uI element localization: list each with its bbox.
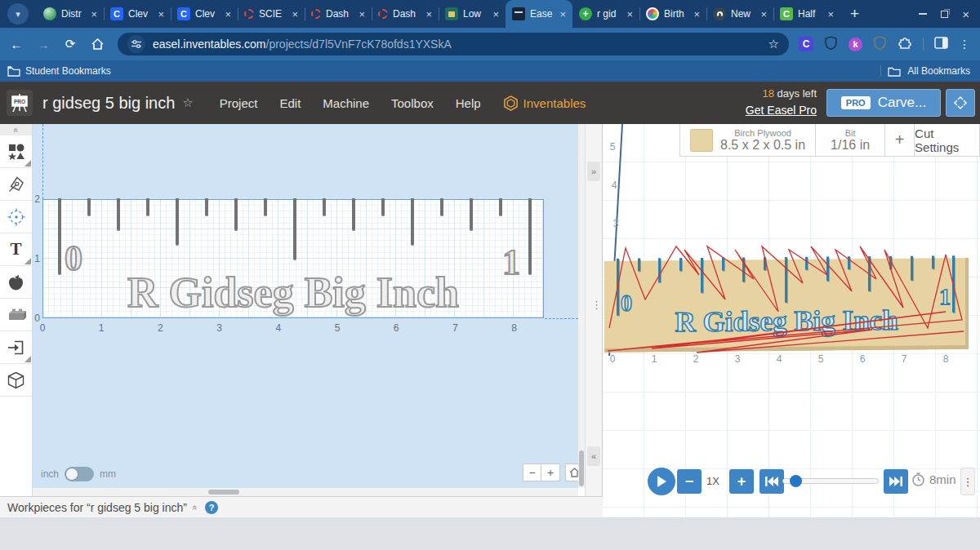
home-icon[interactable] xyxy=(87,33,108,55)
minimize-icon[interactable] xyxy=(919,13,927,15)
zoom-home-button[interactable] xyxy=(565,464,578,481)
cut-settings-button[interactable]: Cut Settings xyxy=(915,124,979,156)
tab-close-icon[interactable]: × xyxy=(626,8,633,20)
side-panel-icon[interactable] xyxy=(934,37,948,52)
tab-close-icon[interactable]: × xyxy=(559,8,566,20)
design-library-button[interactable] xyxy=(0,266,32,299)
panel-divider[interactable]: » ⋮ « xyxy=(585,124,603,496)
jog-machine-button[interactable] xyxy=(946,89,975,117)
tab-clev[interactable]: CClev× xyxy=(171,0,238,28)
bit-selector[interactable]: Bit 1/16 in xyxy=(816,124,885,156)
menu-machine[interactable]: Machine xyxy=(323,96,369,110)
project-title[interactable]: r gidseg 5 big inch xyxy=(42,94,175,113)
carved-tick xyxy=(826,257,829,282)
extensions-puzzle-icon[interactable] xyxy=(898,35,912,53)
close-icon[interactable]: × xyxy=(962,8,969,20)
design-text[interactable]: R Gidseg Big Inch xyxy=(43,272,543,314)
tab-low[interactable]: Low× xyxy=(439,0,506,28)
zoom-out-button[interactable]: − xyxy=(523,464,541,481)
menu-toolbox[interactable]: Toolbox xyxy=(391,96,434,110)
tab-new[interactable]: New× xyxy=(706,0,773,28)
tab-search-button[interactable]: ▾ xyxy=(7,3,29,24)
easel-logo-icon[interactable]: PRO xyxy=(7,90,33,116)
units-toggle[interactable] xyxy=(65,467,94,481)
tab-close-icon[interactable]: × xyxy=(225,8,231,20)
tab-close-icon[interactable]: × xyxy=(292,8,298,20)
tab-close-icon[interactable]: × xyxy=(359,8,365,20)
tab-half[interactable]: CHalf× xyxy=(773,0,840,28)
3d-preview-button[interactable] xyxy=(0,364,32,397)
ruler-tick xyxy=(205,198,208,216)
site-settings-icon[interactable] xyxy=(127,35,145,53)
shapes-tool-button[interactable] xyxy=(0,135,32,168)
kami-extension-icon[interactable]: k xyxy=(849,38,862,51)
collapse-left-button[interactable]: « xyxy=(587,446,600,466)
tab-close-icon[interactable]: × xyxy=(425,8,432,20)
sidebar-collapse-button[interactable]: « xyxy=(0,124,32,135)
drill-origin-tool-button[interactable] xyxy=(0,201,32,233)
zoom-in-button[interactable]: + xyxy=(541,464,560,481)
simulation-menu-button[interactable]: ⋮ xyxy=(960,468,975,495)
text-tool-button[interactable]: T xyxy=(0,233,32,266)
address-bar[interactable]: easel.inventables.com/projects/d7l5VnF7c… xyxy=(118,33,789,55)
tab-clev[interactable]: CClev× xyxy=(104,0,171,28)
carve-button[interactable]: PRO Carve... xyxy=(826,89,941,117)
forward-icon[interactable]: → xyxy=(33,33,54,55)
bookmark-star-icon[interactable]: ☆ xyxy=(768,37,779,51)
favorite-star-icon[interactable]: ☆ xyxy=(182,95,193,110)
skip-to-start-button[interactable] xyxy=(760,469,784,494)
slider-handle[interactable] xyxy=(790,475,802,487)
get-easel-pro-link[interactable]: Get Easel Pro xyxy=(746,102,817,118)
tab-close-icon[interactable]: × xyxy=(158,8,164,20)
preview-panel[interactable]: 543 0 1 R Gidseg Big Inch 012345678 Birc… xyxy=(603,124,980,517)
workpiece-rectangle[interactable]: 0 1 R Gidseg Big Inch xyxy=(42,199,544,318)
tab-close-icon[interactable]: × xyxy=(827,8,834,20)
shield-extension-icon[interactable] xyxy=(824,36,838,53)
swirl-glyph xyxy=(717,11,723,17)
back-icon[interactable]: ← xyxy=(6,33,27,55)
expand-right-panel-button[interactable]: » xyxy=(587,162,600,181)
material-selector[interactable]: Birch Plywood 8.5 x 2 x 0.5 in xyxy=(680,124,816,156)
speed-decrease-button[interactable]: − xyxy=(677,469,702,494)
design-canvas[interactable]: 0 1 R Gidseg Big Inch inch mm − + 012345… xyxy=(33,124,578,488)
divider-drag-handle[interactable]: ⋮ xyxy=(591,302,602,308)
simulation-play-button[interactable] xyxy=(648,468,675,495)
simulation-progress-slider[interactable] xyxy=(782,478,879,484)
tab-ease[interactable]: Ease× xyxy=(506,0,572,28)
import-tool-button[interactable] xyxy=(0,331,32,364)
horizontal-scrollbar-thumb[interactable] xyxy=(208,490,239,495)
skip-to-end-button[interactable] xyxy=(884,469,908,494)
tab-dash[interactable]: Dash× xyxy=(305,0,372,28)
browser-menu-icon[interactable]: ⋮ xyxy=(959,38,970,51)
tab-r-gid[interactable]: +r gid× xyxy=(572,0,639,28)
tab-birth[interactable]: Birth× xyxy=(639,0,706,28)
inventables-brand[interactable]: Inventables xyxy=(503,95,586,111)
tab-close-icon[interactable]: × xyxy=(693,8,700,20)
horizontal-scrollbar[interactable] xyxy=(33,488,578,496)
tab-scie[interactable]: SCIE× xyxy=(238,0,305,28)
vertical-scrollbar[interactable] xyxy=(578,124,585,488)
pen-tool-button[interactable] xyxy=(0,168,32,201)
menu-help[interactable]: Help xyxy=(456,96,481,110)
tab-distr[interactable]: Distr× xyxy=(37,0,104,28)
shield-dim-extension-icon[interactable] xyxy=(873,36,887,53)
reload-icon[interactable]: ⟳ xyxy=(60,33,81,55)
vertical-scrollbar-thumb[interactable] xyxy=(579,450,584,486)
restore-icon[interactable] xyxy=(941,11,948,18)
student-bookmarks-folder[interactable]: Student Bookmarks xyxy=(7,65,111,77)
help-icon[interactable]: ? xyxy=(205,501,218,514)
menu-edit[interactable]: Edit xyxy=(279,96,301,110)
clever-extension-icon[interactable]: C xyxy=(799,37,813,51)
tab-close-icon[interactable]: × xyxy=(760,8,767,20)
tab-dash[interactable]: Dash× xyxy=(372,0,439,28)
tab-close-icon[interactable]: × xyxy=(492,8,499,20)
all-bookmarks-button[interactable]: All Bookmarks xyxy=(880,65,970,77)
apps-brick-button[interactable] xyxy=(0,299,32,331)
new-tab-button[interactable]: + xyxy=(850,5,859,23)
workpieces-collapse-icon[interactable]: « xyxy=(190,504,200,509)
add-bit-button[interactable]: + xyxy=(885,124,915,156)
menu-project[interactable]: Project xyxy=(220,96,258,110)
dashed-red-favicon xyxy=(244,9,254,19)
tab-close-icon[interactable]: × xyxy=(91,8,97,20)
speed-increase-button[interactable]: + xyxy=(729,469,754,494)
